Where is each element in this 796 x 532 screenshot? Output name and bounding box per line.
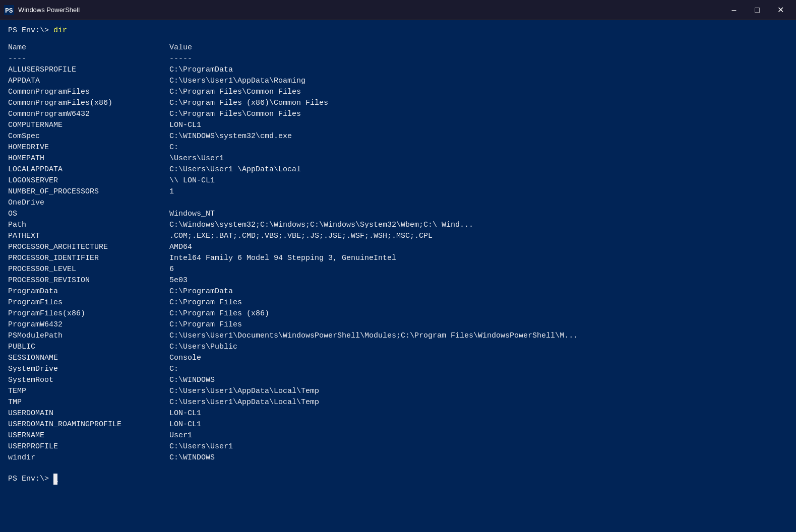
close-button[interactable]: ✕ xyxy=(769,2,792,18)
row-value: C:\Program Files xyxy=(169,319,788,330)
row-value xyxy=(169,197,788,209)
maximize-button[interactable]: □ xyxy=(746,2,769,18)
row-value: C:\Program Files xyxy=(169,297,788,308)
command-text: dir xyxy=(53,26,67,35)
row-name: COMPUTERNAME xyxy=(8,120,169,131)
header-value: Value xyxy=(169,42,788,53)
cursor: _ xyxy=(53,474,57,485)
row-value: Console xyxy=(169,353,788,364)
row-name: USERNAME xyxy=(8,430,169,441)
row-name: APPDATA xyxy=(8,76,169,87)
row-name: ProgramFiles xyxy=(8,297,169,308)
row-name: HOMEDRIVE xyxy=(8,142,169,153)
row-name: OneDrive xyxy=(8,197,169,209)
row-name: NUMBER_OF_PROCESSORS xyxy=(8,186,169,197)
table-row: CommonProgramW6432 C:\Program Files\Comm… xyxy=(8,109,788,120)
table-row: PUBLIC C:\Users\Public xyxy=(8,342,788,353)
terminal-scroll[interactable]: PS Env:\> dir Name Value ---- ----- ALLU… xyxy=(0,20,796,532)
table-row: CommonProgramFiles(x86) C:\Program Files… xyxy=(8,98,788,109)
table-row: ProgramData C:\ProgramData xyxy=(8,286,788,297)
row-value: LON-CL1 xyxy=(169,120,788,131)
row-value: C:\WINDOWS\system32\cmd.exe xyxy=(169,131,788,142)
row-value: 6 xyxy=(169,264,788,275)
row-name: ProgramW6432 xyxy=(8,319,169,330)
table-row: TEMP C:\Users\User1\AppData\Local\Temp xyxy=(8,386,788,397)
terminal-body: PS Env:\> dir Name Value ---- ----- ALLU… xyxy=(0,20,796,490)
prompt2: PS Env:\> xyxy=(8,475,53,483)
row-value: C:\Users\User1\AppData\Roaming xyxy=(169,76,788,87)
row-value: Windows_NT xyxy=(169,209,788,220)
sep-value: ----- xyxy=(169,53,788,64)
row-value: C:\ProgramData xyxy=(169,64,788,76)
row-name: LOCALAPPDATA xyxy=(8,164,169,175)
row-name: PROCESSOR_REVISION xyxy=(8,275,169,286)
table-separator: ---- ----- xyxy=(8,53,788,64)
table-row: LOGONSERVER \\ LON-CL1 xyxy=(8,175,788,186)
row-name: HOMEPATH xyxy=(8,153,169,164)
table-row: USERDOMAIN_ROAMINGPROFILE LON-CL1 xyxy=(8,419,788,430)
row-value: C:\Users\User1 xyxy=(169,441,788,452)
title-bar: PS Windows PowerShell – □ ✕ xyxy=(0,0,796,20)
row-name: ProgramData xyxy=(8,286,169,297)
table-row: USERDOMAIN LON-CL1 xyxy=(8,408,788,419)
minimize-button[interactable]: – xyxy=(722,2,746,18)
row-name: SystemRoot xyxy=(8,375,169,386)
row-name: CommonProgramFiles xyxy=(8,87,169,98)
table-row: OS Windows_NT xyxy=(8,209,788,220)
table-row: ProgramW6432 C:\Program Files xyxy=(8,319,788,330)
row-value: C:\Program Files (x86) xyxy=(169,308,788,319)
row-value: 1 xyxy=(169,186,788,197)
table-row: ProgramFiles C:\Program Files xyxy=(8,297,788,308)
table-row: PATHEXT .COM;.EXE;.BAT;.CMD;.VBS;.VBE;.J… xyxy=(8,231,788,242)
table-row: TMP C:\Users\User1\AppData\Local\Temp xyxy=(8,397,788,408)
table-row: APPDATA C:\Users\User1\AppData\Roaming xyxy=(8,76,788,87)
row-name: TEMP xyxy=(8,386,169,397)
row-name: SESSIONNAME xyxy=(8,353,169,364)
table-header: Name Value xyxy=(8,42,788,53)
row-name: TMP xyxy=(8,397,169,408)
table-row: NUMBER_OF_PROCESSORS 1 xyxy=(8,186,788,197)
row-value: C:\WINDOWS xyxy=(169,375,788,386)
powershell-icon: PS xyxy=(4,5,14,15)
table-row: USERPROFILE C:\Users\User1 xyxy=(8,441,788,452)
table-row: SystemRoot C:\WINDOWS xyxy=(8,375,788,386)
row-name: PROCESSOR_IDENTIFIER xyxy=(8,253,169,264)
table-row: ComSpec C:\WINDOWS\system32\cmd.exe xyxy=(8,131,788,142)
table-row: PROCESSOR_IDENTIFIER Intel64 Family 6 Mo… xyxy=(8,253,788,264)
table-row: ALLUSERSPROFILE C:\ProgramData xyxy=(8,64,788,76)
prompt2-line: PS Env:\> _ xyxy=(8,474,788,485)
table-row: LOCALAPPDATA C:\Users\User1 \AppData\Loc… xyxy=(8,164,788,175)
row-value: LON-CL1 xyxy=(169,408,788,419)
row-name: SystemDrive xyxy=(8,364,169,375)
table-row: HOMEDRIVE C: xyxy=(8,142,788,153)
terminal-area: PS Env:\> dir Name Value ---- ----- ALLU… xyxy=(0,20,796,532)
row-name: CommonProgramFiles(x86) xyxy=(8,98,169,109)
table-row: ProgramFiles(x86) C:\Program Files (x86) xyxy=(8,308,788,319)
row-value: C:\Users\User1\AppData\Local\Temp xyxy=(169,386,788,397)
row-name: PSModulePath xyxy=(8,330,169,342)
row-name: PROCESSOR_LEVEL xyxy=(8,264,169,275)
row-value: LON-CL1 xyxy=(169,419,788,430)
row-name: Path xyxy=(8,220,169,231)
table-row: USERNAME User1 xyxy=(8,430,788,441)
row-name: USERPROFILE xyxy=(8,441,169,452)
row-name: LOGONSERVER xyxy=(8,175,169,186)
row-name: ComSpec xyxy=(8,131,169,142)
row-value: User1 xyxy=(169,430,788,441)
row-name: OS xyxy=(8,209,169,220)
window-title: Windows PowerShell xyxy=(18,6,718,14)
row-value: C:\Program Files (x86)\Common Files xyxy=(169,98,788,109)
command-line: PS Env:\> dir xyxy=(8,25,788,36)
table-row: SESSIONNAME Console xyxy=(8,353,788,364)
prompt1: PS Env:\> xyxy=(8,26,53,35)
table-row: Path C:\Windows\system32;C:\Windows;C:\W… xyxy=(8,220,788,231)
svg-text:PS: PS xyxy=(5,7,13,15)
table-row: OneDrive xyxy=(8,197,788,209)
row-name: PROCESSOR_ARCHITECTURE xyxy=(8,242,169,253)
row-value: .COM;.EXE;.BAT;.CMD;.VBS;.VBE;.JS;.JSE;.… xyxy=(169,231,788,242)
row-name: PATHEXT xyxy=(8,231,169,242)
row-value: \Users\User1 xyxy=(169,153,788,164)
row-name: USERDOMAIN_ROAMINGPROFILE xyxy=(8,419,169,430)
row-value: C:\Users\User1\AppData\Local\Temp xyxy=(169,397,788,408)
row-value: C:\WINDOWS xyxy=(169,452,788,463)
